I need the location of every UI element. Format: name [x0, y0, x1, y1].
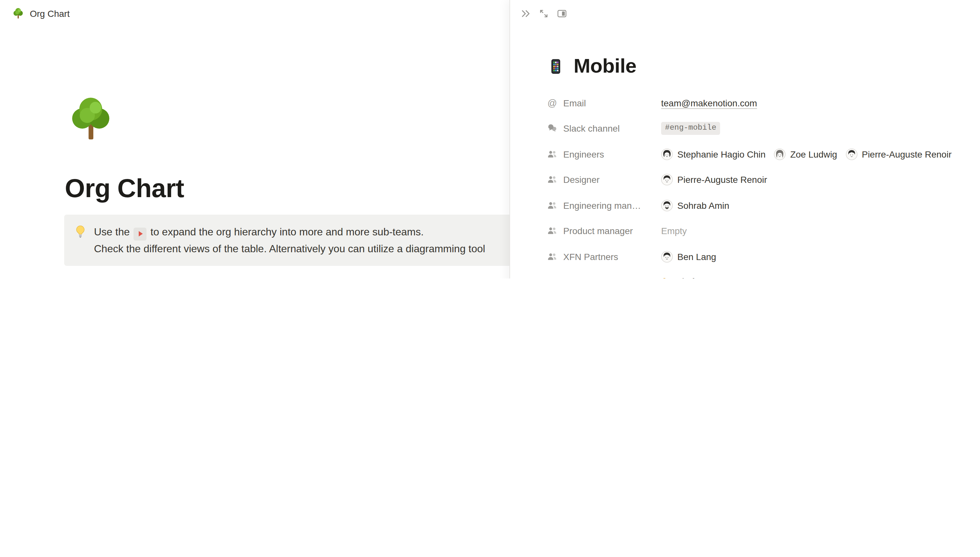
- close-peek-button[interactable]: [520, 8, 531, 20]
- peek-page-title: Mobile: [574, 54, 637, 78]
- property-label-parent-team[interactable]: Parent team: [547, 277, 661, 279]
- property-value-engineering-manager[interactable]: Sohrab Amin: [661, 200, 738, 212]
- page-callout: Use theto expand the org hierarchy into …: [64, 215, 509, 266]
- property-label-engineers[interactable]: Engineers: [547, 149, 661, 160]
- person-name: Ben Lang: [677, 252, 716, 262]
- property-value-engineers[interactable]: Stephanie Hagio Chin Zoe Ludwig Pierre-A…: [661, 148, 960, 160]
- person-name: Zoe Ludwig: [790, 149, 837, 160]
- property-value-parent-team[interactable]: Platform: [661, 276, 710, 279]
- view-tabs: Functions & teams Team rosters: [64, 273, 509, 278]
- side-peek-panel: Mobile @ Email team@makenotion.com Slack…: [509, 0, 980, 278]
- at-sign-icon: @: [547, 98, 557, 108]
- notion-app-window: Org Chart Org Chart Use theto expand the…: [0, 0, 980, 278]
- chat-bubbles-icon: [547, 124, 557, 134]
- tab-team-rosters[interactable]: Team rosters: [175, 273, 244, 278]
- avatar: [661, 200, 673, 212]
- person-chip[interactable]: Pierre-Auguste Renoir: [661, 174, 767, 186]
- red-play-icon: [135, 229, 145, 239]
- property-value-xfn-partners[interactable]: Ben Lang: [661, 251, 725, 262]
- property-label-text: Slack channel: [563, 124, 620, 134]
- callout-line-2: Check the different views of the table. …: [94, 240, 485, 257]
- property-label-text: XFN Partners: [563, 252, 618, 262]
- property-label-xfn-partners[interactable]: XFN Partners: [547, 252, 661, 262]
- slack-channel-chip: #eng-mobile: [661, 122, 720, 135]
- double-chevron-right-icon: [520, 8, 531, 19]
- property-label-text: Product manager: [563, 226, 633, 236]
- avatar: [661, 148, 673, 160]
- property-label-slack-channel[interactable]: Slack channel: [547, 124, 661, 134]
- callout-line1-after: to expand the org hierarchy into more an…: [150, 226, 424, 237]
- open-full-page-button[interactable]: [538, 8, 549, 20]
- property-row-email: @ Email team@makenotion.com: [547, 90, 968, 116]
- avatar: [845, 148, 857, 160]
- person-chip[interactable]: Zoe Ludwig: [774, 148, 837, 160]
- property-row-xfn-partners: XFN Partners Ben Lang: [547, 244, 968, 269]
- side-peek-icon: [557, 8, 567, 19]
- breadcrumb-page-title[interactable]: Org Chart: [30, 8, 70, 19]
- people-icon: [547, 149, 557, 160]
- arrow-up-right-icon: [547, 277, 557, 279]
- lightbulb-icon: [73, 224, 88, 239]
- people-icon: [547, 226, 557, 236]
- people-icon: [547, 200, 557, 211]
- property-label-text: Designer: [563, 175, 600, 185]
- mobile-phone-emoji-icon[interactable]: [547, 57, 564, 75]
- avatar: [661, 174, 673, 186]
- email-link[interactable]: team@makenotion.com: [661, 98, 757, 108]
- main-page-area: Org Chart Org Chart Use theto expand the…: [0, 0, 509, 278]
- property-row-product-manager: Product manager Empty: [547, 218, 968, 244]
- person-chip[interactable]: Pierre-Auguste Renoir: [845, 148, 951, 160]
- person-chip[interactable]: Ben Lang: [661, 251, 716, 262]
- person-chip[interactable]: Stephanie Hagio Chin: [661, 148, 765, 160]
- tab-functions-and-teams[interactable]: Functions & teams: [68, 273, 159, 278]
- expand-diagonal-icon: [539, 8, 549, 19]
- property-label-text: Engineers: [563, 149, 604, 160]
- peek-page-title-block: Mobile: [547, 54, 637, 78]
- callout-line-1: Use theto expand the org hierarchy into …: [94, 224, 485, 240]
- property-label-email[interactable]: @ Email: [547, 98, 661, 108]
- callout-text: Use theto expand the org hierarchy into …: [94, 224, 485, 257]
- property-value-slack-channel[interactable]: #eng-mobile: [661, 122, 720, 135]
- property-label-text: Parent team: [563, 277, 613, 279]
- page-tree-emoji-icon[interactable]: [65, 94, 117, 146]
- property-row-designer: Designer Pierre-Auguste Renoir: [547, 167, 968, 192]
- side-peek-mode-button[interactable]: [556, 8, 568, 20]
- empty-value: Empty: [661, 226, 687, 236]
- toggle-play-chip[interactable]: [133, 227, 146, 240]
- person-name: Pierre-Auguste Renoir: [862, 149, 951, 160]
- property-row-parent-team: Parent team Platform: [547, 269, 968, 278]
- property-label-engineering-manager[interactable]: Engineering man…: [547, 200, 661, 211]
- property-value-email[interactable]: team@makenotion.com: [661, 98, 757, 108]
- peek-toolbar: [520, 8, 568, 20]
- tree-emoji-icon: [12, 7, 24, 20]
- property-list: @ Email team@makenotion.com Slack channe…: [547, 90, 968, 278]
- people-icon: [547, 252, 557, 262]
- person-name: Sohrab Amin: [677, 200, 729, 211]
- property-label-text: Email: [563, 98, 586, 108]
- page-title: Org Chart: [65, 173, 184, 204]
- person-name: Stephanie Hagio Chin: [677, 149, 765, 160]
- callout-line1-before: Use the: [94, 226, 130, 237]
- property-row-engineering-manager: Engineering man… Sohrab Amin: [547, 192, 968, 218]
- parent-team-link[interactable]: Platform: [676, 276, 710, 279]
- property-label-text: Engineering man…: [563, 200, 641, 211]
- avatar: [661, 251, 673, 262]
- person-name: Pierre-Auguste Renoir: [677, 175, 767, 185]
- property-value-designer[interactable]: Pierre-Auguste Renoir: [661, 174, 775, 186]
- crane-emoji-icon: [661, 277, 671, 279]
- person-chip[interactable]: Sohrab Amin: [661, 200, 729, 212]
- property-row-engineers: Engineers Stephanie Hagio Chin Zoe Ludwi…: [547, 142, 968, 167]
- people-icon: [175, 278, 186, 278]
- breadcrumb: Org Chart: [12, 7, 70, 20]
- property-row-slack-channel: Slack channel #eng-mobile: [547, 116, 968, 142]
- property-value-product-manager[interactable]: Empty: [661, 226, 687, 236]
- avatar: [774, 148, 785, 160]
- people-icon: [547, 175, 557, 185]
- property-label-designer[interactable]: Designer: [547, 175, 661, 185]
- property-label-product-manager[interactable]: Product manager: [547, 226, 661, 236]
